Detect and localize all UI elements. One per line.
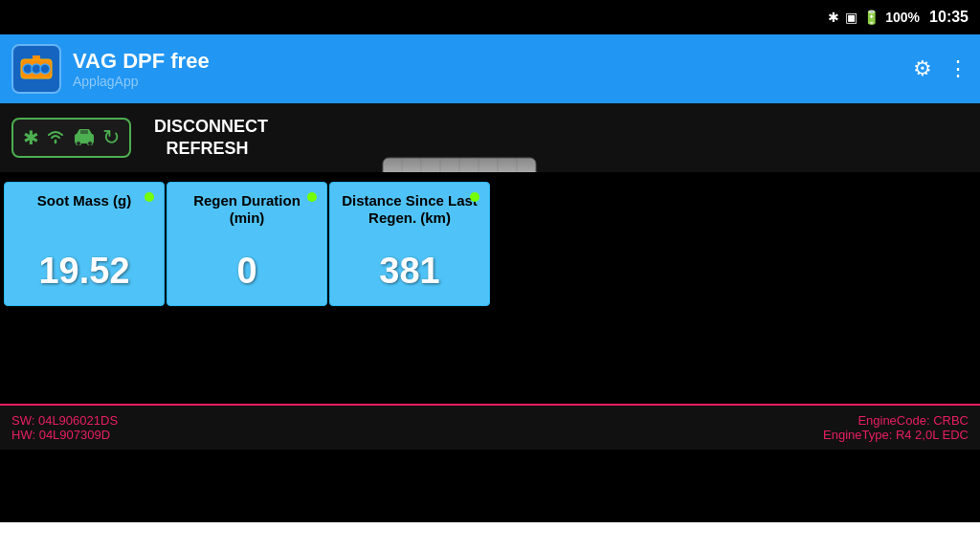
distance-regen-indicator bbox=[470, 192, 479, 202]
hw-label: HW: 04L907309D bbox=[11, 428, 118, 442]
app-icon bbox=[11, 44, 61, 94]
footer: SW: 04L906021DS HW: 04L907309D EngineCod… bbox=[0, 404, 980, 450]
bluetooth-status-icon: ✱ bbox=[828, 10, 839, 25]
soot-mass-indicator bbox=[145, 192, 154, 202]
sim-status-icon: ▣ bbox=[845, 10, 858, 25]
connection-icons-group: ✱ ↻ bbox=[11, 118, 131, 158]
bottom-strip bbox=[0, 522, 980, 551]
app-subtitle: ApplagApp bbox=[73, 74, 210, 89]
refresh-button[interactable]: REFRESH bbox=[146, 139, 268, 159]
bluetooth-conn-icon: ✱ bbox=[23, 126, 39, 149]
sw-label: SW: 04L906021DS bbox=[11, 413, 118, 428]
app-logo-svg bbox=[19, 52, 54, 86]
svg-rect-4 bbox=[33, 55, 40, 59]
app-title: VAG DPF free bbox=[73, 49, 210, 74]
regen-duration-card: Regen Duration (min) 0 bbox=[167, 182, 327, 306]
disconnect-button[interactable]: DISCONNECT bbox=[154, 117, 268, 137]
data-cards-container: Soot Mass (g) 19.52 Regen Duration (min)… bbox=[0, 182, 494, 306]
soot-mass-title: Soot Mass (g) bbox=[37, 192, 131, 209]
distance-regen-title: Distance Since Last Regen. (km) bbox=[338, 192, 481, 227]
battery-icon: 🔋 bbox=[863, 10, 880, 25]
app-header-left: VAG DPF free ApplagApp bbox=[11, 44, 210, 94]
svg-rect-9 bbox=[80, 130, 88, 134]
refresh-conn-icon: ↻ bbox=[102, 125, 120, 150]
soot-mass-card: Soot Mass (g) 19.52 bbox=[4, 182, 165, 306]
footer-right: EngineCode: CRBC EngineType: R4 2,0L EDC bbox=[823, 413, 969, 442]
toolbar: ✱ ↻ DISCONNECT REFRESH bbox=[0, 103, 980, 172]
status-icons: ✱ ▣ 🔋 100% 10:35 bbox=[828, 9, 969, 26]
app-header: VAG DPF free ApplagApp ⚙ ⋮ bbox=[0, 34, 980, 103]
soot-mass-value: 19.52 bbox=[38, 251, 129, 292]
main-content: Soot Mass (g) 19.52 Regen Duration (min)… bbox=[0, 172, 980, 450]
engine-type: EngineType: R4 2,0L EDC bbox=[823, 428, 969, 442]
app-title-block: VAG DPF free ApplagApp bbox=[73, 49, 210, 89]
svg-point-7 bbox=[77, 141, 81, 145]
app-header-right: ⚙ ⋮ bbox=[913, 56, 969, 81]
svg-point-3 bbox=[40, 64, 50, 74]
status-bar: ✱ ▣ 🔋 100% 10:35 bbox=[0, 0, 980, 34]
car-conn-icon bbox=[72, 126, 97, 150]
footer-left: SW: 04L906021DS HW: 04L907309D bbox=[11, 413, 118, 442]
wifi-conn-icon bbox=[45, 127, 66, 149]
regen-duration-value: 0 bbox=[236, 251, 256, 292]
distance-regen-card: Distance Since Last Regen. (km) 381 bbox=[329, 182, 490, 306]
svg-point-8 bbox=[88, 141, 93, 145]
more-options-button[interactable]: ⋮ bbox=[947, 56, 969, 81]
engine-code: EngineCode: CRBC bbox=[858, 413, 969, 428]
clock: 10:35 bbox=[929, 9, 969, 26]
regen-duration-title: Regen Duration (min) bbox=[175, 192, 319, 227]
battery-percent: 100% bbox=[885, 10, 920, 25]
toolbar-buttons: DISCONNECT REFRESH bbox=[146, 117, 268, 159]
settings-button[interactable]: ⚙ bbox=[913, 56, 932, 81]
distance-regen-value: 381 bbox=[379, 251, 439, 292]
regen-duration-indicator bbox=[307, 192, 317, 202]
